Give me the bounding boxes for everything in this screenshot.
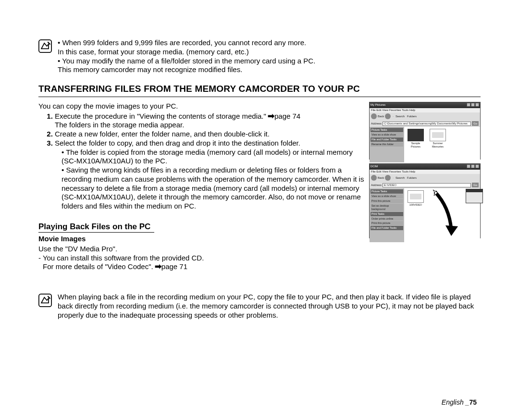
steps-list: Execute the procedure in "Viewing the co… xyxy=(38,112,364,211)
window-titlebar: My Pictures xyxy=(370,102,480,108)
drag-ghost-window xyxy=(466,189,483,203)
thumb-label: Summer Memories xyxy=(428,142,447,148)
sidebar: Picture Tasks View as a slide show File … xyxy=(370,127,404,162)
footer-lang: English _ xyxy=(442,398,470,406)
file-folder-tasks-head: File and Folder Tasks xyxy=(371,137,403,142)
thumb-label: Sample Pictures xyxy=(406,142,425,148)
sidebar-item: Print this picture xyxy=(371,199,403,203)
note-icon xyxy=(38,294,52,307)
back-label: Back xyxy=(378,115,384,119)
search-label: Search xyxy=(395,115,405,119)
step-text: Execute the procedure in "Viewing the co… xyxy=(55,112,268,120)
explorer-window-my-pictures: My Pictures File Edit View Favorites Too… xyxy=(369,102,481,160)
sub-item: The folder is copied from the storage me… xyxy=(62,148,364,166)
sub-item: Saving the wrong kinds of files in a rec… xyxy=(62,166,364,211)
address-label: Address xyxy=(371,122,382,126)
sidebar-item: Rename this folder xyxy=(371,142,403,147)
picture-tasks-head: Picture Tasks xyxy=(371,189,403,194)
thumb-label: 100VIDEO xyxy=(406,203,425,207)
step-text: Select the folder to copy, and then drag… xyxy=(55,139,300,147)
window-buttons xyxy=(466,164,479,170)
note-text-bottom: When playing back a file in the recordin… xyxy=(58,293,481,320)
window-title: My Pictures xyxy=(371,103,385,107)
drag-arrow-icon xyxy=(430,188,464,241)
go-button: Go xyxy=(472,183,479,187)
address-field: E:\VIDEO xyxy=(383,183,471,187)
window-buttons xyxy=(466,103,479,108)
window-title: DCIM xyxy=(371,165,378,169)
arrow-right-icon: ➡ xyxy=(268,111,274,122)
movie-line-1: Use the "DV Media Pro". xyxy=(38,245,364,254)
sidebar: Picture Tasks View as a slide show Print… xyxy=(370,188,404,242)
step-3: Select the folder to copy, and then drag… xyxy=(55,139,364,211)
note-item: When 999 folders and 9,999 files are rec… xyxy=(58,38,315,57)
note-box-top: When 999 folders and 9,999 files are rec… xyxy=(38,38,481,74)
step-sub-list: The folder is copied from the storage me… xyxy=(55,148,364,211)
sep: · xyxy=(393,115,394,119)
go-button: Go xyxy=(472,121,479,126)
back-icon xyxy=(371,113,377,119)
explorer-window-dcim: DCIM File Edit View Favorites Tools Help… xyxy=(369,163,481,238)
address-bar: Address C:\Documents and Settings\samsun… xyxy=(370,120,480,127)
svg-rect-0 xyxy=(39,40,51,52)
file-folder-tasks-head: File and Folder Tasks xyxy=(371,226,403,230)
note-box-bottom: When playing back a file in the recordin… xyxy=(38,293,481,320)
movie-line-3: For more details of "Video Codec". ➡page… xyxy=(38,262,364,272)
toolbar: Back · Search Folders xyxy=(370,112,480,120)
arrow-right-icon: ➡ xyxy=(155,262,161,272)
screenshot-illustrations: My Pictures File Edit View Favorites Too… xyxy=(369,102,481,242)
thumb-sample: Sample Pictures xyxy=(406,129,425,148)
sub-subsection-heading: Movie Images xyxy=(38,235,364,244)
page-ref: page 74 xyxy=(274,112,300,120)
content-pane: Sample Pictures Summer Memories xyxy=(404,127,480,162)
step-2: Create a new folder, enter the folder na… xyxy=(55,130,364,139)
svg-rect-4 xyxy=(39,294,51,307)
step-1: Execute the procedure in "Viewing the co… xyxy=(55,112,364,130)
window-titlebar: DCIM xyxy=(370,164,480,170)
address-field: C:\Documents and Settings\samsung\My Doc… xyxy=(383,122,471,126)
sidebar-item: View as a slide show xyxy=(371,194,403,198)
section-heading: TRANSFERRING FILES FROM THE MEMORY CAMCO… xyxy=(38,83,481,97)
page-ref: page 71 xyxy=(161,262,187,271)
address-label: Address xyxy=(371,184,382,187)
sidebar-item: Order prints online xyxy=(371,217,403,221)
page-footer: English _75 xyxy=(442,398,477,407)
sidebar-item: Set as desktop background xyxy=(371,204,403,211)
menubar: File Edit View Favorites Tools Help xyxy=(370,108,480,113)
back-icon xyxy=(371,175,377,181)
fwd-icon xyxy=(385,175,391,181)
sidebar-item: View as a slide show xyxy=(371,133,403,137)
folders-label: Folders xyxy=(407,115,417,119)
back-label: Back xyxy=(378,176,384,180)
menubar: File Edit View Favorites Tools Help xyxy=(370,170,480,174)
sidebar-item: Print this picture xyxy=(371,221,403,225)
text: For more details of "Video Codec". xyxy=(43,262,155,271)
thumb-folder: 100VIDEO xyxy=(406,190,425,207)
sep: · xyxy=(393,176,394,180)
search-label: Search xyxy=(395,176,405,180)
toolbar: Back · Search Folders xyxy=(370,174,480,182)
print-tasks-head: Print Tasks xyxy=(371,212,403,216)
step-text: The folders in the storage media appear. xyxy=(55,121,184,129)
subsection-heading: Playing Back Files on the PC xyxy=(38,222,154,233)
note-icon xyxy=(38,39,52,53)
svg-marker-2 xyxy=(445,225,458,236)
note-list-top: When 999 folders and 9,999 files are rec… xyxy=(58,38,315,74)
picture-tasks-head: Picture Tasks xyxy=(371,128,403,132)
folders-label: Folders xyxy=(407,176,417,180)
fwd-icon xyxy=(385,113,391,119)
movie-line-2: - You can install this software from the… xyxy=(38,254,364,263)
note-item: You may modify the name of a file/folder… xyxy=(58,57,315,75)
intro-text: You can copy the movie images to your PC… xyxy=(38,102,364,111)
footer-page: 75 xyxy=(469,398,477,406)
thumb-folder: Summer Memories xyxy=(428,129,447,148)
